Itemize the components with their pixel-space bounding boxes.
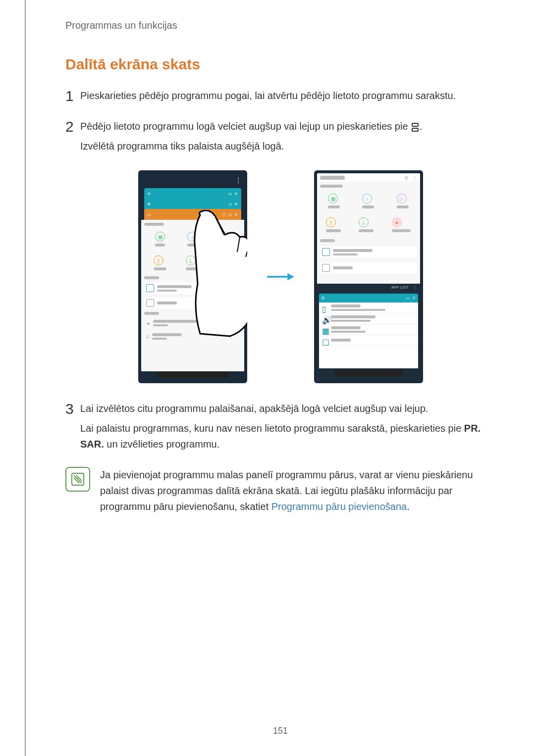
step-1: 1 Pieskarieties pēdējo programmu pogai, … [65,88,495,107]
more-icon: ⋮ [413,285,417,290]
step-number: 3 [65,401,80,417]
instruction-figure: ⋮ ⟲▭✕ ⚙▭✕ ▭▢▭✕ ▦ ♪ ▷ [65,170,495,383]
split-screen-icon [411,124,420,131]
phone-after: Q ⋮ ▦ ♪ ▷ ▯ ⭳ ● [314,170,423,383]
app-list-label: APP LIST [391,286,409,289]
more-icon: ⋮ [413,175,417,180]
svg-marker-1 [287,273,294,281]
step-number: 2 [65,118,80,135]
note-block: Ja pievienojat programmu malas panelī pr… [65,467,495,514]
step-2-text-line2: Izvēlētā programma tiks palaista augšējā… [80,138,495,154]
arrow-right-icon [267,272,294,282]
search-icon: Q [405,175,408,180]
note-link[interactable]: Programmu pāru pievienošana [271,501,407,512]
step-number: 1 [65,88,80,104]
step-2-text-line1: Pēdējo lietoto programmu logā velciet au… [80,118,495,134]
step-3: 3 Lai izvēlētos citu programmu palaišana… [65,401,495,456]
step-1-text: Pieskarieties pēdējo programmu pogai, la… [80,88,495,103]
header-section: Programmas un funkcijas [65,20,495,31]
step-3-text-line1: Lai izvēlētos citu programmu palaišanai,… [80,401,495,416]
step-3-text-line2: Lai palaistu programmas, kuru nav nesen … [80,420,495,452]
note-icon [65,467,90,492]
note-text-end: . [407,501,410,512]
step-2: 2 Pēdējo lietoto programmu logā velciet … [65,118,495,158]
page-number: 151 [26,726,535,736]
phone-before: ⋮ ⟲▭✕ ⚙▭✕ ▭▢▭✕ ▦ ♪ ▷ [138,170,247,383]
section-title: Dalītā ekrāna skats [65,56,495,73]
